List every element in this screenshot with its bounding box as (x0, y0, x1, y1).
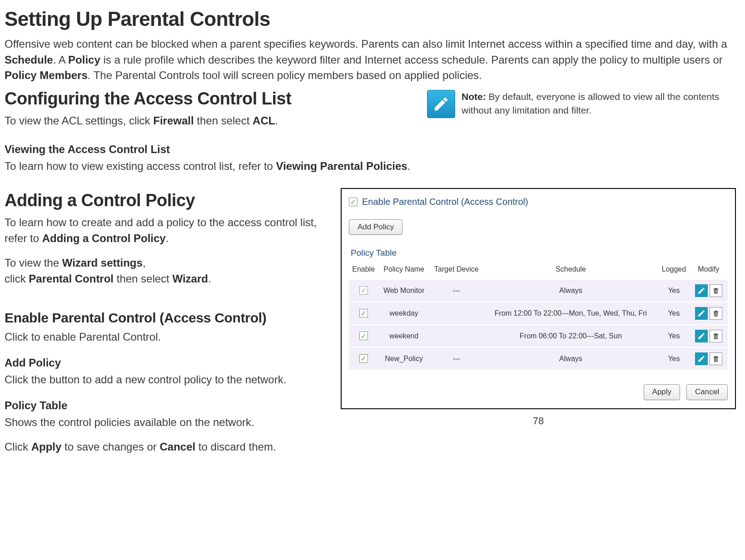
row-target-device: --- (430, 347, 483, 370)
add-policy-p2: To view the Wizard settings,click Parent… (5, 255, 323, 287)
add-policy-sub-text: Click the button to add a new control po… (5, 372, 323, 388)
row-schedule: Always (483, 347, 659, 370)
add-policy-p1: To learn how to create and add a policy … (5, 215, 323, 247)
edit-icon[interactable] (695, 352, 708, 365)
delete-icon[interactable] (710, 284, 722, 297)
edit-icon[interactable] (695, 284, 708, 297)
apply-button[interactable]: Apply (644, 384, 680, 400)
enable-parental-label: Enable Parental Control (Access Control) (362, 195, 528, 208)
cancel-button[interactable]: Cancel (686, 384, 728, 400)
row-schedule: From 12:00 To 22:00---Mon, Tue, Wed, Thu… (483, 302, 659, 325)
enable-parental-checkbox[interactable]: ✓ (349, 198, 358, 206)
th-modify: Modify (690, 261, 728, 279)
apply-cancel-text: Click Apply to save changes or Cancel to… (5, 439, 323, 455)
page-title: Setting Up Parental Controls (5, 5, 736, 34)
intro-paragraph: Offensive web content can be blocked whe… (5, 36, 736, 84)
add-policy-heading: Adding a Control Policy (5, 188, 323, 213)
page-number: 78 (341, 414, 736, 428)
th-logged: Logged (658, 261, 689, 279)
ui-screenshot-panel: ✓ Enable Parental Control (Access Contro… (341, 188, 736, 409)
policy-table-sub-heading: Policy Table (5, 398, 323, 414)
edit-icon[interactable] (695, 330, 708, 342)
row-enable-checkbox[interactable]: ✓ (359, 332, 368, 340)
row-logged: Yes (658, 302, 689, 325)
add-policy-sub-heading: Add Policy (5, 355, 323, 371)
row-policy-name: weekday (378, 302, 430, 325)
pencil-note-icon (427, 90, 455, 118)
table-row: ✓weekendFrom 06:00 To 22:00---Sat, SunYe… (349, 325, 728, 347)
table-row: ✓weekdayFrom 12:00 To 22:00---Mon, Tue, … (349, 302, 728, 325)
row-enable-checkbox[interactable]: ✓ (359, 354, 368, 363)
enable-heading: Enable Parental Control (Access Control) (5, 308, 323, 328)
row-logged: Yes (658, 325, 689, 347)
row-policy-name: weekend (378, 325, 430, 347)
row-target-device (430, 302, 483, 325)
row-target-device (430, 325, 483, 347)
th-policy-name: Policy Name (378, 261, 430, 279)
table-row: ✓Web Monitor---AlwaysYes (349, 279, 728, 302)
row-enable-checkbox[interactable]: ✓ (359, 309, 368, 317)
acl-subtext: To view the ACL settings, click Firewall… (5, 113, 413, 129)
row-policy-name: Web Monitor (378, 279, 430, 302)
acl-heading: Configuring the Access Control List (5, 86, 413, 111)
policy-table-sub-text: Shows the control policies available on … (5, 415, 323, 431)
view-acl-text: To learn how to view existing access con… (5, 159, 736, 174)
row-policy-name: New_Policy (378, 347, 430, 370)
policy-table: Enable Policy Name Target Device Schedul… (349, 261, 728, 371)
row-logged: Yes (658, 279, 689, 302)
delete-icon[interactable] (710, 352, 722, 365)
th-schedule: Schedule (483, 261, 659, 279)
row-schedule: From 06:00 To 22:00---Sat, Sun (483, 325, 659, 347)
row-schedule: Always (483, 279, 659, 302)
delete-icon[interactable] (710, 307, 722, 320)
view-acl-heading: Viewing the Access Control List (5, 142, 736, 158)
note-box: Note: By default, everyone is allowed to… (427, 90, 736, 118)
row-target-device: --- (430, 279, 483, 302)
note-text: Note: By default, everyone is allowed to… (462, 90, 736, 117)
edit-icon[interactable] (695, 307, 708, 320)
add-policy-button[interactable]: Add Policy (349, 219, 402, 235)
table-row: ✓New_Policy---AlwaysYes (349, 347, 728, 370)
row-logged: Yes (658, 347, 689, 370)
th-target-device: Target Device (430, 261, 483, 279)
policy-table-label: Policy Table (351, 247, 728, 259)
delete-icon[interactable] (710, 330, 722, 342)
enable-text: Click to enable Parental Control. (5, 329, 323, 345)
row-enable-checkbox[interactable]: ✓ (359, 286, 368, 295)
th-enable: Enable (349, 261, 378, 279)
